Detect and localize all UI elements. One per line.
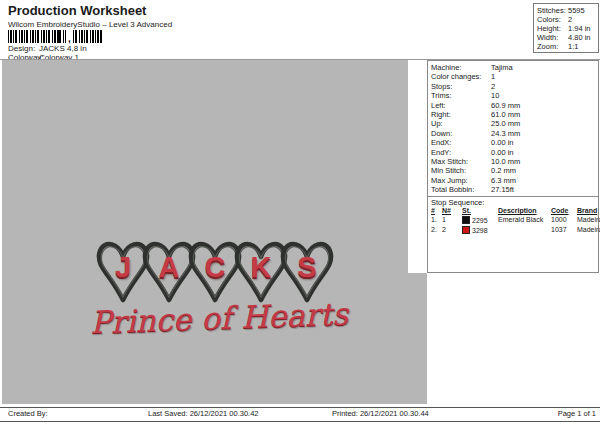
printed-timestamp: Printed: 26/12/2021 00.30.44 [332, 409, 429, 418]
machine-spec-label: Max Stitch: [431, 157, 491, 166]
stop-stitch-cell: 3298 [462, 226, 498, 236]
design-summary-box: Stitches:5595Colors:2Height:1.94 inWidth… [533, 3, 599, 53]
footer-divider [0, 407, 600, 408]
barcode-bars-left [8, 30, 66, 43]
machine-spec-label: Total Bobbin: [431, 185, 491, 194]
stop-sequence-table: #N#St.DescriptionCodeBrand1.12295Emerald… [431, 207, 598, 235]
machine-info-panel: Machine:TajimaColor changes:1Stops:2Trim… [427, 60, 599, 273]
machine-spec-label: Max Jump: [431, 176, 491, 185]
machine-spec-label: Down: [431, 129, 491, 138]
stop-needle-number: 2 [442, 226, 462, 236]
stop-needle-number: 1 [442, 216, 462, 226]
footer-bottom-divider [0, 421, 600, 422]
machine-spec-label: Trims: [431, 91, 491, 100]
machine-spec-value: 61.0 mm [491, 110, 520, 119]
machine-spec-label: Min Stitch: [431, 166, 491, 175]
stop-column-header: St. [462, 207, 498, 216]
machine-spec-row: Right:61.0 mm [431, 110, 598, 119]
machine-spec-value: 1 [491, 72, 495, 81]
summary-value: 1.94 in [568, 24, 591, 33]
summary-value: 5595 [568, 6, 585, 15]
design-value: JACKS 4,8 in [39, 44, 87, 53]
machine-spec-row: Down:24.3 mm [431, 129, 598, 138]
last-saved-timestamp: Last Saved: 26/12/2021 00.30.42 [148, 409, 259, 418]
page-number: Page 1 of 1 [558, 409, 596, 418]
thread-code: 1000 [551, 216, 577, 226]
machine-spec-row: Left:60.9 mm [431, 101, 598, 110]
machine-spec-value: 0.00 in [491, 148, 514, 157]
design-label: Design: [8, 44, 39, 53]
machine-spec-row: Trims:10 [431, 91, 598, 100]
production-worksheet-page: { "header": { "title": "Production Works… [0, 0, 600, 424]
machine-spec-label: Left: [431, 101, 491, 110]
summary-value: 2 [568, 15, 572, 24]
machine-spec-row: Machine:Tajima [431, 63, 598, 72]
stop-stitch-cell: 2295 [462, 216, 498, 226]
design-canvas: JACKS Prince of Hearts [2, 60, 427, 404]
thread-brand: Madeira Classic 40 [577, 226, 600, 236]
thread-brand: Madeira Classic 40 [577, 216, 600, 226]
thread-code: 1037 [551, 226, 577, 236]
thread-description [498, 226, 551, 236]
stop-column-header: Description [498, 207, 551, 216]
barcode-bars-right [73, 30, 103, 43]
stop-column-header: Code [551, 207, 577, 216]
thread-color-swatch [462, 226, 470, 234]
machine-spec-row: EndY:0.00 in [431, 148, 598, 157]
stop-sequence-section: Stop Sequence: #N#St.DescriptionCodeBran… [428, 196, 598, 235]
design-name-row: Design: JACKS 4,8 in [8, 44, 87, 53]
heart-letter: S [279, 251, 335, 284]
machine-spec-value: 2 [491, 82, 495, 91]
summary-row: Stitches:5595 [537, 6, 598, 15]
summary-row: Colors:2 [537, 15, 598, 24]
summary-label: Colors: [537, 15, 568, 24]
barcode-icon: , [8, 30, 103, 43]
created-by-label: Created By: [8, 409, 48, 418]
summary-value: 1:1 [568, 42, 578, 51]
machine-spec-row: Stops:2 [431, 82, 598, 91]
app-version-subtitle: Wilcom EmbroideryStudio – Level 3 Advanc… [8, 20, 172, 29]
summary-label: Stitches: [537, 6, 568, 15]
machine-spec-label: EndY: [431, 148, 491, 157]
hearts-design: JACKS [95, 238, 325, 304]
summary-row: Zoom:1:1 [537, 42, 598, 51]
summary-row: Width:4.80 in [537, 33, 598, 42]
machine-spec-value: 10.0 mm [491, 157, 520, 166]
machine-spec-value: 10 [491, 91, 499, 100]
stop-column-header: # [431, 207, 442, 216]
thread-color-swatch [462, 216, 470, 224]
summary-label: Height: [537, 24, 568, 33]
machine-spec-value: 24.3 mm [491, 129, 520, 138]
machine-spec-value: Tajima [491, 63, 513, 72]
machine-spec-value: 0.00 in [491, 138, 514, 147]
machine-spec-label: Right: [431, 110, 491, 119]
thread-description: Emerald Black [498, 216, 551, 226]
machine-spec-row: Total Bobbin:27.15ft [431, 185, 598, 194]
machine-spec-value: 25.0 mm [491, 119, 520, 128]
machine-spec-value: 6.3 mm [491, 176, 516, 185]
machine-spec-value: 0.2 mm [491, 166, 516, 175]
machine-spec-row: Max Stitch:10.0 mm [431, 157, 598, 166]
summary-label: Width: [537, 33, 568, 42]
caption-text: Prince of Hearts [89, 296, 340, 341]
machine-spec-list: Machine:TajimaColor changes:1Stops:2Trim… [431, 63, 598, 194]
machine-spec-row: EndX:0.00 in [431, 138, 598, 147]
stop-sequence-title: Stop Sequence: [431, 198, 598, 207]
machine-spec-label: EndX: [431, 138, 491, 147]
stop-column-header: Brand [577, 207, 600, 216]
summary-label: Zoom: [537, 42, 568, 51]
stop-column-header: N# [442, 207, 462, 216]
barcode-separator: , [68, 34, 71, 43]
stop-row-number: 2. [431, 226, 442, 236]
machine-spec-value: 60.9 mm [491, 101, 520, 110]
machine-spec-label: Stops: [431, 82, 491, 91]
machine-spec-row: Max Jump:6.3 mm [431, 176, 598, 185]
machine-spec-label: Up: [431, 119, 491, 128]
machine-spec-row: Min Stitch:0.2 mm [431, 166, 598, 175]
machine-spec-row: Color changes:1 [431, 72, 598, 81]
summary-value: 4.80 in [568, 33, 591, 42]
machine-spec-row: Up:25.0 mm [431, 119, 598, 128]
machine-spec-value: 27.15ft [491, 185, 514, 194]
machine-spec-label: Color changes: [431, 72, 491, 81]
heart-shape: S [279, 238, 335, 304]
